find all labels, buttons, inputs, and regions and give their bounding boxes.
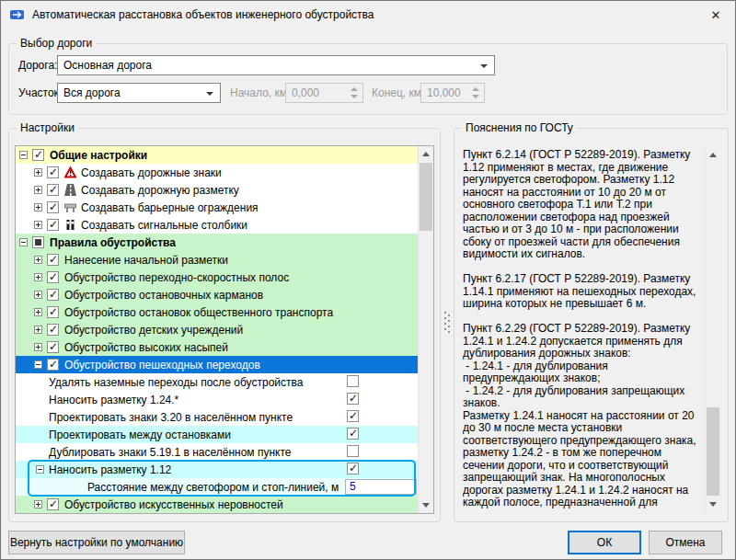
tree-row[interactable]: Создавать дорожные знаки [16, 164, 418, 181]
gost-group-title: Пояснения по ГОСТу [462, 121, 577, 134]
checkbox[interactable] [347, 463, 359, 474]
checkbox[interactable] [347, 410, 359, 422]
ok-button[interactable]: ОК [568, 531, 641, 554]
tree-item-label: Создавать барьерные ограждения [81, 201, 259, 214]
collapse-icon[interactable] [34, 360, 42, 369]
expand-icon[interactable] [34, 256, 42, 264]
scroll-up-icon[interactable] [419, 146, 433, 162]
tree-row[interactable]: Создавать барьерные ограждения [16, 199, 418, 216]
tree-item-label: Нанесение начальной разметки [64, 254, 228, 267]
tree-scrollbar-thumb[interactable] [420, 163, 432, 231]
checkbox[interactable] [47, 201, 59, 213]
panel-splitter[interactable] [443, 304, 452, 341]
checkbox[interactable] [47, 324, 59, 336]
gost-scrollbar[interactable] [705, 147, 720, 512]
road-label: Дорога: [18, 55, 57, 75]
section-combobox[interactable]: Вся дорога [57, 83, 221, 103]
tree-row[interactable]: Нанесение начальной разметки [16, 251, 418, 269]
collapse-icon[interactable] [36, 465, 44, 474]
tree-row[interactable]: Обустройство переходно-скоростных полос [16, 269, 418, 286]
tree-item-label: Дублировать знаки 5.19.1 в населённом пу… [49, 446, 291, 459]
tree-row[interactable]: Обустройство остановок общественного тра… [16, 303, 418, 321]
gost-scrollbar-thumb[interactable] [707, 407, 719, 496]
close-button[interactable]: ✕ [696, 1, 735, 29]
window-title: Автоматическая расстановка объектов инже… [32, 8, 374, 21]
tree-row[interactable]: Дублировать знаки 5.19.1 в населённом пу… [16, 443, 418, 461]
checkbox[interactable] [47, 359, 59, 371]
tree-row[interactable]: Проектировать между остановками [16, 426, 418, 443]
checkbox[interactable] [347, 375, 359, 387]
tree-row[interactable]: Наносить разметку 1.24.* [16, 391, 418, 408]
tree-item-label: Наносить разметку 1.12 [49, 463, 171, 476]
road-selection-group: Выбор дороги Дорога: Основная дорога Уча… [8, 43, 728, 115]
checkbox[interactable] [47, 271, 59, 283]
checkbox[interactable] [47, 498, 59, 510]
checkbox[interactable] [47, 166, 59, 178]
tree-item-label: Удалять наземные переходы после обустрой… [49, 376, 303, 389]
checkbox[interactable] [47, 306, 59, 318]
scroll-up-icon[interactable] [706, 147, 720, 163]
collapse-icon[interactable] [19, 151, 28, 159]
checkbox[interactable] [47, 289, 59, 301]
road-marking-icon [64, 184, 76, 196]
tree-row[interactable]: Удалять наземные переходы после обустрой… [16, 373, 418, 391]
tree-row[interactable]: Обустройство пешеходных переходов [16, 356, 418, 373]
tree-item-label: Правила обустройства [50, 236, 176, 249]
expand-icon[interactable] [34, 221, 42, 229]
checkbox[interactable] [47, 219, 59, 231]
tree-row[interactable]: Создавать дорожную разметку [16, 181, 418, 199]
spin-down-icon [472, 95, 479, 98]
tree-row[interactable]: Проектировать знаки 3.20 в населённом пу… [16, 408, 418, 426]
expand-icon[interactable] [34, 500, 42, 509]
tree-row[interactable]: Расстояние между светофором и стоп-линие… [16, 478, 418, 496]
tree-row[interactable]: Обустройство детских учреждений [16, 321, 418, 338]
scroll-down-icon[interactable] [419, 497, 433, 513]
tree-item-label: Обустройство пешеходных переходов [64, 359, 260, 371]
scroll-down-icon[interactable] [706, 497, 720, 512]
tree-row[interactable]: Создавать сигнальные столбики [16, 216, 418, 234]
tree-item-label: Проектировать между остановками [49, 429, 231, 441]
tree-row[interactable]: Обустройство высоких насыпей [16, 338, 418, 356]
road-sign-icon [64, 166, 76, 178]
tree-item-label: Расстояние между светофором и стоп-линие… [87, 481, 339, 494]
checkbox[interactable] [32, 149, 44, 161]
checkbox[interactable] [32, 236, 44, 248]
checkbox[interactable] [47, 341, 59, 353]
end-km-field: 10,000 [420, 83, 485, 103]
reset-defaults-button[interactable]: Вернуть настройки по умолчанию [8, 531, 185, 554]
road-combobox-value: Основная дорога [63, 59, 152, 72]
checkbox[interactable] [347, 393, 359, 405]
expand-icon[interactable] [34, 203, 42, 211]
checkbox[interactable] [47, 254, 59, 266]
distance-value-field[interactable]: 5 [345, 479, 417, 495]
tree-row[interactable]: Общие настройки [16, 146, 418, 164]
tree-item-label: Создавать дорожные знаки [81, 166, 222, 179]
tree-item-label: Обустройство высоких насыпей [64, 341, 228, 354]
expand-icon[interactable] [34, 308, 42, 316]
tree-row[interactable]: Обустройство искусственных неровностей [16, 496, 418, 513]
expand-icon[interactable] [34, 326, 42, 334]
expand-icon[interactable] [34, 168, 42, 177]
checkbox[interactable] [47, 184, 59, 196]
tree-item-label: Проектировать знаки 3.20 в населённом пу… [49, 411, 293, 424]
tree-scrollbar[interactable] [418, 146, 433, 513]
checkbox[interactable] [347, 428, 359, 440]
start-km-label: Начало, км: [230, 83, 290, 103]
tree-item-label: Обустройство искусственных неровностей [64, 498, 283, 511]
tree-row[interactable]: Обустройство остановочных карманов [16, 286, 418, 303]
cancel-button[interactable]: Отмена [649, 531, 722, 554]
chevron-down-icon [206, 92, 213, 96]
road-combobox[interactable]: Основная дорога [57, 55, 495, 75]
tree-row[interactable]: Правила обустройства [16, 234, 418, 251]
tree-item-label: Обустройство детских учреждений [64, 324, 243, 337]
expand-icon[interactable] [34, 273, 42, 281]
tree-row[interactable]: Наносить разметку 1.12 [16, 461, 418, 478]
expand-icon[interactable] [34, 343, 42, 351]
checkbox[interactable] [347, 445, 359, 457]
expand-icon[interactable] [34, 186, 42, 194]
expand-icon[interactable] [34, 291, 42, 299]
end-km-label: Конец, км: [372, 83, 424, 103]
spin-up-icon [351, 87, 358, 91]
gost-notes-group: Пояснения по ГОСТу Пункт 6.2.14 (ГОСТ Р … [454, 128, 729, 522]
collapse-icon[interactable] [19, 238, 28, 246]
